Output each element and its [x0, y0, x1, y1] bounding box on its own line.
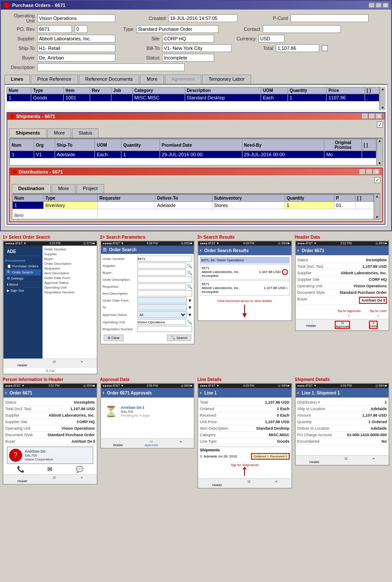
s6-nav-approvals[interactable]: ☑Approvals [145, 440, 158, 447]
tab-price-reference[interactable]: Price Reference [31, 75, 78, 84]
dist-minimize[interactable]: _ [359, 169, 366, 174]
dist-maximize[interactable]: □ [366, 169, 372, 174]
dist-tab-destination[interactable]: Destination [12, 184, 51, 193]
dist-tab-project[interactable]: Project [76, 184, 104, 193]
s2-opunit-search-icon[interactable]: 🔍 [187, 320, 192, 325]
s2-supplier-input[interactable] [137, 263, 186, 269]
minimize-button[interactable]: _ [369, 3, 375, 8]
status-input[interactable] [162, 54, 214, 62]
s6-nav-lines[interactable]: ≡ [180, 440, 182, 447]
po-number-input[interactable] [37, 25, 72, 33]
tab-agreement[interactable]: Agreement [165, 75, 201, 84]
s2-reqnum-input[interactable] [137, 326, 193, 332]
scroll-down-arrow[interactable]: ▼ [381, 106, 385, 110]
s2-order-desc-input[interactable] [137, 276, 193, 283]
s5-nav-header[interactable]: 📄Header [17, 476, 27, 483]
dist-tab-more[interactable]: More [52, 184, 75, 193]
site-input[interactable] [162, 35, 214, 43]
sidebar-order-search[interactable]: 🔍 Order Search [5, 270, 41, 276]
s4-back-icon[interactable]: ‹ [297, 247, 299, 253]
type-input[interactable] [136, 25, 219, 33]
s3-r1-arrow-btn[interactable]: › [282, 269, 288, 275]
d-scroll-down[interactable]: ▼ [376, 215, 379, 219]
operating-unit-input[interactable] [37, 14, 115, 22]
created-input[interactable] [168, 14, 238, 22]
s2-buyer-search-icon[interactable]: 🔍 [187, 270, 192, 275]
tab-temp-labor[interactable]: Temporary Labor [202, 75, 251, 84]
sidebar-about[interactable]: ℹ About [5, 282, 41, 288]
shipments-scrollbar[interactable]: ▲ ▼ [376, 139, 382, 165]
email-icon[interactable]: ✉ [47, 466, 52, 473]
s8-nav-header[interactable]: 📄Header [310, 457, 320, 464]
shipments-controls[interactable]: _ □ ✕ [362, 114, 382, 119]
s4-nav-lines[interactable]: ≡ Lines [369, 321, 378, 329]
sidebar-purchase-orders[interactable]: 📋 Purchase Orders [5, 263, 41, 270]
s7-back-icon[interactable]: ‹ [200, 390, 202, 396]
s6-back-icon[interactable]: ‹ [103, 390, 105, 396]
dist-scrollbar[interactable]: ▲ ▼ [374, 194, 380, 219]
description-input[interactable] [37, 63, 185, 71]
s4-nav-header[interactable]: 📄 Header [306, 321, 316, 329]
message-icon[interactable]: 💬 [76, 466, 83, 473]
phone-icon[interactable]: 📞 [17, 466, 24, 473]
shipments-close[interactable]: ✕ [376, 114, 382, 119]
dist-checkbox[interactable]: ✓ [374, 177, 380, 183]
s8-nav-2[interactable]: ☑ [345, 457, 347, 464]
s8-back-icon[interactable]: ‹ [297, 390, 299, 396]
shipments-maximize[interactable]: □ [369, 114, 375, 119]
s2-req-search-icon[interactable]: 🔍 [187, 284, 192, 289]
distributions-controls[interactable]: _ □ ✕ [359, 169, 379, 174]
tab-lines[interactable]: Lines [4, 75, 30, 84]
s7-nav-lines[interactable]: ≡ [275, 480, 277, 487]
s2-clear-button[interactable]: ⊖ Clear [104, 335, 124, 341]
close-button[interactable]: ✕ [382, 3, 389, 8]
shipments-table-row[interactable]: 1 V1 Adelaide Each 1 29-JUL-2016 00:00: … [10, 151, 376, 158]
shipments-minimize[interactable]: _ [362, 114, 368, 119]
shipto-input[interactable] [37, 44, 115, 52]
s2-date-from-cal-icon[interactable]: ▼ [188, 298, 192, 303]
s6-nav-header[interactable]: 📄Header [113, 440, 123, 447]
tab-more[interactable]: More [140, 75, 164, 84]
shipments-tab-status[interactable]: Status [72, 128, 98, 138]
s2-search-button[interactable]: 🔍 Search [167, 335, 191, 341]
sidebar-signout[interactable]: ▶ Sign Out [5, 288, 41, 293]
s2-order-num-input[interactable] [137, 256, 193, 262]
s2-approval-select[interactable]: All [137, 311, 187, 318]
s7-shipment-status[interactable]: Ordered 1 Received 0 [251, 453, 289, 460]
supplier-input[interactable] [37, 35, 115, 43]
buyer-input[interactable] [37, 54, 115, 62]
s2-buyer-input[interactable] [137, 270, 186, 276]
s5-nav-3[interactable]: ≡ [81, 476, 82, 483]
s2-opunit-input[interactable] [137, 319, 186, 325]
currency-input[interactable] [258, 35, 284, 43]
s2-item-desc-input[interactable] [137, 290, 193, 296]
sidebar-settings[interactable]: ⚙ Settings [5, 276, 41, 282]
pcard-input[interactable] [291, 14, 369, 22]
s7-nav-approvals[interactable]: ☑ [248, 480, 250, 487]
total-input[interactable] [276, 44, 319, 52]
sh-scroll-up[interactable]: ▲ [378, 139, 382, 143]
maximize-button[interactable]: □ [376, 3, 382, 8]
distributions-table-row[interactable]: 1 Inventory Adelaide Stores 1 01 [13, 202, 374, 209]
s2-date-to-input[interactable] [137, 304, 187, 310]
s2-date-from-input[interactable] [137, 297, 187, 303]
s2-requestor-input[interactable] [137, 283, 186, 289]
s3-back-icon[interactable]: ‹ [200, 247, 202, 253]
s3-r2-arrow[interactable]: › [286, 286, 287, 290]
s2-supplier-search-icon[interactable]: 🔍 [187, 263, 192, 268]
s4-nav-approvals[interactable]: ☑ Approvals [335, 321, 350, 329]
table-row[interactable]: 1 Goods 1001 MISC.MISC Standard Desktop … [7, 94, 379, 102]
shipments-tab-more[interactable]: More [47, 128, 71, 138]
shipments-checkbox[interactable]: ✓ [377, 122, 383, 128]
scroll-up-arrow[interactable]: ▲ [381, 87, 385, 91]
s7-nav-header[interactable]: 📄Header [212, 480, 222, 487]
screen3-result-2[interactable]: 6671 Abbott Laboratories, Inc. Incomplet… [200, 280, 290, 296]
billto-input[interactable] [162, 44, 232, 52]
s8-nav-3[interactable]: ≡ [373, 457, 375, 464]
dist-close[interactable]: ✕ [373, 169, 379, 174]
tab-reference-documents[interactable]: Reference Documents [79, 75, 139, 84]
scrollbar-lines[interactable]: ▲ ▼ [379, 87, 385, 110]
window-controls[interactable]: _ □ ✕ [369, 3, 389, 8]
total-checkbox[interactable] [322, 45, 328, 51]
s2-date-to-cal-icon[interactable]: ▼ [188, 305, 192, 310]
